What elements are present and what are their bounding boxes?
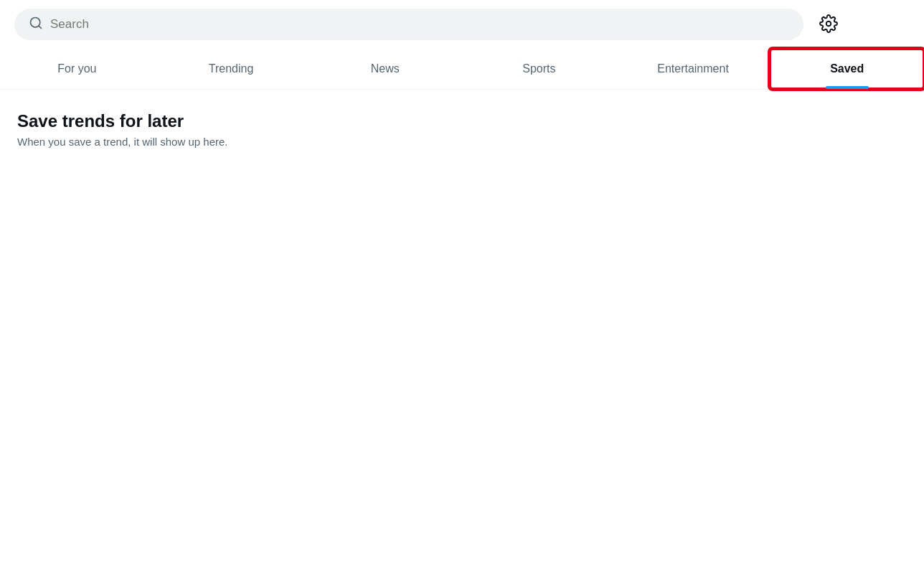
tab-news-label: News [371, 62, 400, 75]
tab-trending-indicator [209, 86, 253, 89]
nav-tabs: For you Trending News Sports Entertainme… [0, 49, 924, 90]
top-bar [0, 0, 924, 49]
search-bar [14, 9, 803, 40]
tab-sports[interactable]: Sports [462, 49, 616, 89]
tab-news-indicator [364, 86, 407, 89]
tab-sports-indicator [517, 86, 560, 89]
tab-entertainment-label: Entertainment [657, 62, 729, 75]
tab-sports-label: Sports [522, 62, 555, 75]
search-input[interactable] [50, 17, 789, 32]
search-icon [29, 16, 43, 33]
tab-for-you-label: For you [57, 62, 96, 75]
tab-news[interactable]: News [308, 49, 462, 89]
tab-for-you-indicator [55, 86, 98, 89]
tab-saved[interactable]: Saved [770, 49, 924, 89]
tab-trending-label: Trending [209, 62, 254, 75]
main-content: Save trends for later When you save a tr… [0, 90, 924, 169]
settings-button[interactable] [815, 10, 842, 39]
tab-saved-label: Saved [830, 62, 864, 75]
tab-for-you[interactable]: For you [0, 49, 154, 89]
empty-state-subtitle: When you save a trend, it will show up h… [17, 136, 907, 148]
svg-point-2 [826, 21, 831, 26]
svg-line-1 [39, 26, 42, 29]
gear-icon [819, 14, 838, 35]
tab-trending[interactable]: Trending [154, 49, 308, 89]
tab-entertainment[interactable]: Entertainment [616, 49, 770, 89]
tab-entertainment-indicator [671, 86, 715, 89]
empty-state-title: Save trends for later [17, 111, 907, 131]
tab-saved-indicator [826, 86, 869, 89]
